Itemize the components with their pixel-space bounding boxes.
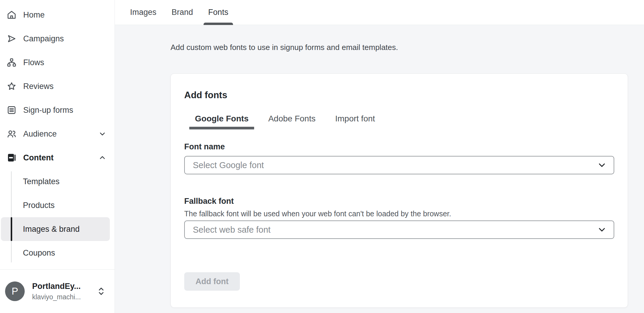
fonts-page-content: Add custom web fonts to use in signup fo… <box>115 25 644 308</box>
page-tabbar: Images Brand Fonts <box>115 0 644 25</box>
font-source-tabs: Google Fonts Adobe Fonts Import font <box>189 114 614 129</box>
card-actions: Add font <box>184 272 614 291</box>
sidebar-item-label: Products <box>23 201 55 210</box>
card-title: Add fonts <box>184 90 614 101</box>
main-area: Images Brand Fonts Add custom web fonts … <box>115 0 644 313</box>
form-icon <box>7 105 17 115</box>
tab-import-font[interactable]: Import font <box>329 114 381 129</box>
sidebar-item-flows[interactable]: Flows <box>0 51 115 74</box>
tab-label: Import font <box>335 114 375 123</box>
chevron-down-icon <box>98 129 107 138</box>
sidebar-item-coupons[interactable]: Coupons <box>1 241 110 265</box>
fallback-font-label: Fallback font <box>184 196 614 206</box>
sidebar-item-label: Sign-up forms <box>23 106 73 115</box>
sidebar-item-signup-forms[interactable]: Sign-up forms <box>0 98 115 122</box>
account-name: PortlandEy... <box>32 282 81 291</box>
tab-images[interactable]: Images <box>125 0 161 25</box>
sidebar-item-label: Content <box>23 153 54 162</box>
web-safe-font-select[interactable]: Select web safe font <box>184 220 614 239</box>
chevron-down-icon <box>597 161 607 170</box>
avatar: P <box>5 281 25 301</box>
select-placeholder: Select web safe font <box>193 225 271 235</box>
sidebar-item-label: Images & brand <box>23 225 80 234</box>
sidebar-item-templates[interactable]: Templates <box>1 170 110 193</box>
sidebar-item-label: Reviews <box>23 82 54 91</box>
sidebar-item-label: Coupons <box>23 248 55 258</box>
sidebar-item-label: Templates <box>23 177 60 186</box>
tab-label: Images <box>130 8 157 17</box>
chevron-down-icon <box>597 225 607 234</box>
sidebar-item-audience[interactable]: Audience <box>0 122 115 146</box>
sidebar-item-label: Flows <box>23 58 44 67</box>
tab-label: Google Fonts <box>195 114 248 123</box>
fallback-helper-text: The fallback font will be used when your… <box>184 209 614 218</box>
sidebar-item-images-brand[interactable]: Images & brand <box>1 217 110 241</box>
select-placeholder: Select Google font <box>193 160 264 170</box>
home-icon <box>7 10 17 20</box>
account-org: klaviyo_machi... <box>32 293 81 301</box>
star-icon <box>7 81 17 91</box>
sidebar: Home Campaigns Flows Reviews <box>0 0 115 313</box>
people-icon <box>7 129 17 139</box>
content-submenu: Templates Products Images & brand Coupon… <box>0 170 115 265</box>
sidebar-item-products[interactable]: Products <box>1 193 110 217</box>
sidebar-item-label: Audience <box>23 129 57 139</box>
chevron-up-icon <box>98 153 107 162</box>
sidebar-item-label: Campaigns <box>23 34 64 43</box>
book-icon <box>7 153 17 163</box>
tab-adobe-fonts[interactable]: Adobe Fonts <box>262 114 321 129</box>
page-description: Add custom web fonts to use in signup fo… <box>171 43 628 52</box>
tab-fonts[interactable]: Fonts <box>204 0 233 25</box>
sidebar-item-campaigns[interactable]: Campaigns <box>0 27 115 51</box>
account-text: PortlandEy... klaviyo_machi... <box>32 282 81 301</box>
sidebar-item-label: Home <box>23 10 45 20</box>
sidebar-item-home[interactable]: Home <box>0 3 115 27</box>
sidebar-item-reviews[interactable]: Reviews <box>0 74 115 98</box>
tab-label: Adobe Fonts <box>268 114 315 123</box>
sidebar-item-content[interactable]: Content <box>0 146 115 170</box>
paper-plane-icon <box>7 34 17 44</box>
google-font-select[interactable]: Select Google font <box>184 156 614 174</box>
add-font-button[interactable]: Add font <box>184 272 240 291</box>
tab-google-fonts[interactable]: Google Fonts <box>189 114 254 129</box>
sitemap-icon <box>7 57 17 68</box>
tab-brand[interactable]: Brand <box>167 0 198 25</box>
chevron-up-down-icon <box>96 285 106 297</box>
account-switcher[interactable]: P PortlandEy... klaviyo_machi... <box>0 269 115 313</box>
tab-label: Brand <box>172 8 193 17</box>
tab-label: Fonts <box>208 8 229 17</box>
add-fonts-card: Add fonts Google Fonts Adobe Fonts Impor… <box>171 73 628 308</box>
font-name-label: Font name <box>184 142 614 151</box>
